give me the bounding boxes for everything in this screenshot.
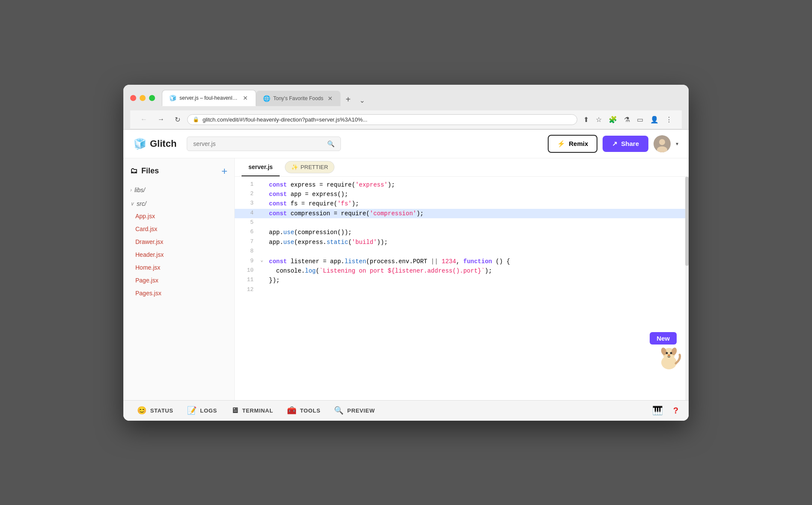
nav-icons: ⬆ ☆ 🧩 ⚗ ▭ 👤 ⋮ — [581, 114, 675, 125]
sidebar-header: 🗂 Files + — [123, 165, 234, 182]
reload-button[interactable]: ↻ — [171, 114, 184, 125]
file-item-drawer-jsx[interactable]: Drawer.jsx — [123, 235, 234, 248]
share-icon: ↗ — [612, 140, 618, 148]
tools-label: TOOLS — [300, 407, 320, 414]
code-content-11: }); — [269, 276, 682, 285]
share-button[interactable]: ↗ Share — [603, 136, 648, 152]
status-label: STATUS — [150, 407, 173, 414]
more-nav-button[interactable]: ⋮ — [663, 114, 675, 125]
file-item-pages-jsx[interactable]: Pages.jsx — [123, 287, 234, 300]
logs-icon: 📝 — [187, 406, 197, 415]
line-num-1: 1 — [242, 180, 254, 189]
logs-label: LOGS — [200, 407, 217, 414]
code-line-4: 4 const compression = require('compressi… — [235, 209, 689, 218]
status-item-status[interactable]: 😊 STATUS — [130, 401, 180, 421]
bookmark-button[interactable]: ☆ — [593, 114, 604, 125]
files-label: Files — [141, 166, 159, 175]
line-num-10: 10 — [242, 266, 254, 275]
extensions-button[interactable]: 🧩 — [606, 114, 620, 125]
file-group-libs: › libs/ — [123, 184, 234, 196]
minimize-button[interactable] — [140, 95, 146, 101]
remix-icon: ⚡ — [557, 140, 565, 148]
preview-label: PREVIEW — [347, 407, 375, 414]
status-item-logs[interactable]: 📝 LOGS — [180, 401, 224, 421]
file-item-page-jsx[interactable]: Page.jsx — [123, 274, 234, 287]
remix-button[interactable]: ⚡ Remix — [548, 135, 597, 153]
code-content-4: const compression = require('compression… — [269, 209, 682, 218]
tab-close-1[interactable]: ✕ — [242, 94, 249, 102]
code-line-10: 10 console.log(`Listening on port ${list… — [235, 266, 689, 276]
code-editor[interactable]: 1 const express = require('express'); 2 … — [235, 177, 689, 400]
flask-button[interactable]: ⚗ — [621, 114, 633, 125]
editor-tabs: server.js ✨ PRETTIER — [235, 158, 689, 177]
layout-button[interactable]: ▭ — [634, 114, 646, 125]
libs-group-header[interactable]: › libs/ — [123, 184, 234, 196]
scrollbar[interactable] — [685, 177, 689, 400]
status-right: 🎹 ? — [649, 405, 682, 416]
prettier-label: PRETTIER — [301, 164, 328, 170]
status-bar: 😊 STATUS 📝 LOGS 🖥 TERMINAL 🧰 TOOLS 🔍 PRE… — [123, 400, 689, 421]
tab-server-js[interactable]: 🧊 server.js – foul-heavenly-direc ✕ — [162, 90, 256, 106]
tab-favicon-1: 🧊 — [169, 95, 176, 101]
search-icon: 🔍 — [327, 140, 334, 147]
code-content-2: const app = express(); — [269, 190, 682, 199]
sidebar-title: 🗂 Files — [130, 166, 159, 175]
back-button[interactable]: ← — [137, 114, 151, 125]
glitch-logo-icon: 🧊 — [134, 138, 146, 150]
code-line-7: 7 app.use(express.static('build')); — [235, 238, 689, 247]
new-tab-button[interactable]: + — [340, 93, 356, 106]
code-line-2: 2 const app = express(); — [235, 190, 689, 199]
search-input[interactable] — [193, 140, 324, 147]
more-tabs-button[interactable]: ⌄ — [356, 95, 368, 106]
glitch-search[interactable]: 🔍 — [187, 137, 341, 151]
line-num-11: 11 — [242, 276, 254, 285]
src-group-header[interactable]: ∨ src/ — [123, 198, 234, 210]
preview-icon: 🔍 — [334, 406, 344, 415]
close-button[interactable] — [130, 95, 136, 101]
file-item-app-jsx[interactable]: App.jsx — [123, 210, 234, 223]
url-input[interactable] — [203, 116, 572, 123]
header-actions: ⚡ Remix ↗ Share ▾ — [548, 135, 678, 153]
tab-tonys-foods[interactable]: 🌐 Tony's Favorite Foods ✕ — [256, 91, 340, 106]
code-content-9: const listener = app.listen(process.env.… — [269, 257, 682, 266]
user-avatar[interactable] — [654, 135, 671, 152]
status-item-terminal[interactable]: 🖥 TERMINAL — [224, 401, 280, 421]
file-item-home-jsx[interactable]: Home.jsx — [123, 261, 234, 274]
code-content-6: app.use(compression()); — [269, 228, 682, 237]
file-item-header-jsx[interactable]: Header.jsx — [123, 248, 234, 261]
code-line-12: 12 — [235, 285, 689, 295]
prettier-button[interactable]: ✨ PRETTIER — [285, 161, 334, 173]
share-label: Share — [621, 140, 639, 147]
terminal-label: TERMINAL — [242, 407, 273, 414]
remix-label: Remix — [569, 140, 588, 147]
scrollbar-thumb[interactable] — [685, 177, 689, 266]
line-num-8: 8 — [242, 247, 254, 256]
libs-chevron: › — [130, 187, 132, 193]
code-line-8: 8 — [235, 247, 689, 256]
code-line-1: 1 const express = require('express'); — [235, 180, 689, 190]
tab-close-2[interactable]: ✕ — [327, 94, 334, 103]
status-item-tools[interactable]: 🧰 TOOLS — [280, 401, 327, 421]
help-button[interactable]: ? — [670, 406, 682, 416]
tabs-row: 🧊 server.js – foul-heavenly-direc ✕ 🌐 To… — [162, 90, 368, 106]
maximize-button[interactable] — [149, 95, 155, 101]
file-group-src: ∨ src/ App.jsx Card.jsx Drawer.jsx Heade… — [123, 198, 234, 300]
code-line-9: 9 ⌄ const listener = app.listen(process.… — [235, 257, 689, 266]
dog-mascot — [656, 342, 682, 376]
src-label: src/ — [137, 200, 146, 207]
share-nav-button[interactable]: ⬆ — [581, 114, 591, 125]
editor-tab-server-js[interactable]: server.js — [242, 158, 280, 176]
browser-window: 🧊 server.js – foul-heavenly-direc ✕ 🌐 To… — [123, 85, 689, 421]
add-file-button[interactable]: + — [221, 165, 227, 177]
file-item-card-jsx[interactable]: Card.jsx — [123, 223, 234, 235]
address-bar[interactable]: 🔒 — [187, 114, 577, 125]
glitch-logo[interactable]: 🧊 Glitch — [134, 138, 176, 150]
code-content-3: const fs = require('fs'); — [269, 199, 682, 208]
user-dropdown-icon[interactable]: ▾ — [676, 141, 678, 147]
line-num-6: 6 — [242, 228, 254, 237]
forward-button[interactable]: → — [154, 114, 168, 125]
profile-button[interactable]: 👤 — [648, 114, 661, 125]
status-item-preview[interactable]: 🔍 PREVIEW — [327, 401, 382, 421]
piano-icon[interactable]: 🎹 — [649, 405, 666, 416]
files-icon: 🗂 — [130, 166, 138, 175]
